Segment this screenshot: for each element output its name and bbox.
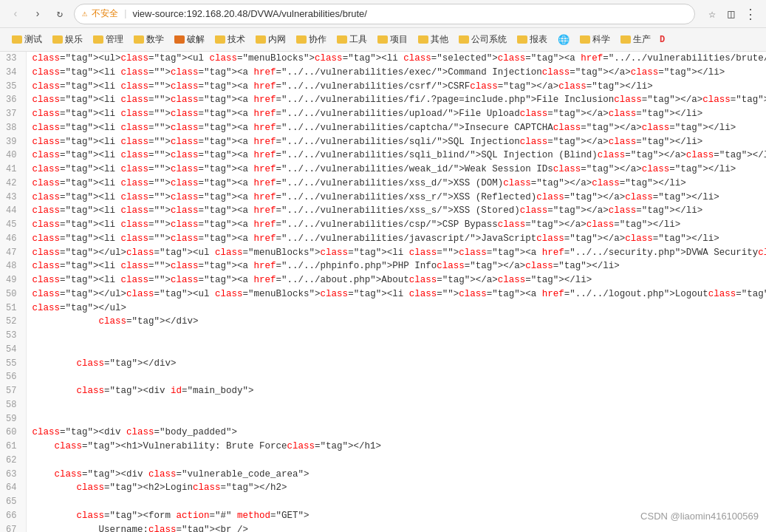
line-content: class="tag"><li class="">class="tag"><a … [26,93,766,107]
bookmark-world[interactable]: 🌐 [553,33,574,47]
address-bar[interactable]: ⚠ 不安全 | view-source:192.168.20.48/DVWA/v… [74,4,695,24]
folder-icon [256,35,266,44]
bookmark-star[interactable]: ☆ [704,6,720,22]
folder-icon [93,35,103,44]
forward-button[interactable]: › [30,6,46,22]
line-number: 59 [0,412,26,426]
line-content: class="tag"><h1>Vulnerability: Brute For… [26,440,766,454]
line-content: class="tag"><h2>Loginclass="tag"></h2> [26,481,766,495]
line-number: 46 [0,232,26,246]
line-number: 60 [0,426,26,440]
line-content: class="tag"><li class="">class="tag"><a … [26,66,766,80]
bookmark-hezuo[interactable]: 协作 [292,32,331,47]
line-number: 61 [0,440,26,454]
table-row: 57 class="tag"><div id="main_body"> [0,384,766,398]
table-row: 60class="tag"><div class="body_padded"> [0,426,766,440]
folder-icon [418,35,428,44]
table-row: 50class="tag"></ul>class="tag"><ul class… [0,287,766,301]
line-number: 48 [0,259,26,273]
table-row: 65 [0,495,766,509]
table-row: 43class="tag"><li class="">class="tag"><… [0,191,766,205]
line-content: class="tag"><li class="">class="tag"><a … [26,163,766,177]
line-number: 39 [0,135,26,149]
line-content: class="tag"><li class="">class="tag"><a … [26,177,766,191]
line-number: 58 [0,398,26,412]
folder-icon [580,35,590,44]
line-content: class="tag"><li class="">class="tag"><a … [26,135,766,149]
line-content: class="tag"><li class="">class="tag"><a … [26,218,766,232]
folder-icon [459,35,469,44]
table-row: 64 class="tag"><h2>Loginclass="tag"></h2… [0,481,766,495]
line-number: 38 [0,121,26,135]
line-content: class="tag"></ul> [26,301,766,316]
table-row: 51class="tag"></ul> [0,301,766,316]
line-number: 47 [0,246,26,260]
line-number: 41 [0,163,26,177]
bookmark-shuxue[interactable]: 数学 [129,32,168,47]
table-row: 44class="tag"><li class="">class="tag"><… [0,204,766,218]
bookmark-xiangmu[interactable]: 项目 [373,32,412,47]
security-icon: ⚠ [82,8,87,19]
table-row: 34class="tag"><li class="">class="tag"><… [0,66,766,80]
browser-window: ‹ › ↻ ⚠ 不安全 | view-source:192.168.20.48/… [0,0,766,532]
bookmark-baobiao[interactable]: 报表 [513,32,552,47]
url-display: view-source:192.168.20.48/DVWA/vulnerabi… [132,8,687,19]
folder-icon [296,35,307,44]
line-number: 66 [0,509,26,523]
bookmarks-bar: 测试 娱乐 管理 数学 破解 技术 内网 协作 [0,28,766,52]
table-row: 55 class="tag"></div> [0,357,766,371]
table-row: 49class="tag"><li class="">class="tag"><… [0,273,766,287]
folder-icon [134,35,144,44]
back-button[interactable]: ‹ [7,6,24,22]
bookmark-shengchan[interactable]: 生产 [616,32,655,47]
line-number: 55 [0,357,26,371]
folder-icon [377,35,388,44]
table-row: 37class="tag"><li class="">class="tag"><… [0,107,766,121]
bookmark-gongsi[interactable]: 公司系统 [454,32,511,47]
extensions-icon[interactable]: ◫ [723,6,739,22]
source-table: 33class="tag"><ul>class="tag"><ul class=… [0,52,766,532]
table-row: 42class="tag"><li class="">class="tag"><… [0,177,766,191]
line-content: class="tag"><li class="">class="tag"><a … [26,191,766,205]
line-content: class="tag"><div class="vulnerable_code_… [26,468,766,482]
line-number: 65 [0,495,26,509]
table-row: 48class="tag"><li class="">class="tag"><… [0,259,766,273]
bookmark-jishu[interactable]: 技术 [211,32,250,47]
bookmark-kexue[interactable]: 科学 [575,32,615,47]
table-row: 47class="tag"></ul>class="tag"><ul class… [0,246,766,260]
bookmark-gongju[interactable]: 工具 [332,32,372,47]
line-content: class="tag"><li class="">class="tag"><a … [26,149,766,163]
folder-icon [517,35,527,44]
red-indicator: D [657,33,668,47]
line-number: 45 [0,218,26,232]
menu-icon[interactable]: ⋮ [742,6,759,22]
line-content: class="tag"><li class="">class="tag"><a … [26,259,766,273]
folder-icon [337,35,347,44]
bookmark-pojie[interactable]: 破解 [170,32,209,47]
table-row: 67 Username:class="tag"><br /> [0,523,766,533]
bookmark-yule[interactable]: 娱乐 [48,32,87,47]
source-view[interactable]: 33class="tag"><ul>class="tag"><ul class=… [0,52,766,532]
line-number: 67 [0,523,26,533]
bookmark-guanli[interactable]: 管理 [89,32,128,47]
line-number: 56 [0,370,26,384]
line-number: 42 [0,177,26,191]
bookmark-neiwang[interactable]: 内网 [251,32,290,47]
table-row: 63 class="tag"><div class="vulnerable_co… [0,468,766,482]
line-number: 53 [0,329,26,343]
bookmark-qita[interactable]: 其他 [414,32,453,47]
line-content: class="tag"><li class="">class="tag"><a … [26,121,766,135]
folder-icon [215,35,225,44]
table-row: 33class="tag"><ul>class="tag"><ul class=… [0,52,766,66]
table-row: 59 [0,412,766,426]
line-number: 44 [0,204,26,218]
line-number: 49 [0,273,26,287]
line-content [26,343,766,357]
line-number: 52 [0,315,26,329]
bookmark-ceshi[interactable]: 测试 [7,32,47,47]
line-content: class="tag"><li class="">class="tag"><a … [26,204,766,218]
table-row: 61 class="tag"><h1>Vulnerability: Brute … [0,440,766,454]
line-number: 36 [0,93,26,107]
reload-button[interactable]: ↻ [52,6,68,22]
line-content: class="tag"><ul>class="tag"><ul class="m… [26,52,766,66]
